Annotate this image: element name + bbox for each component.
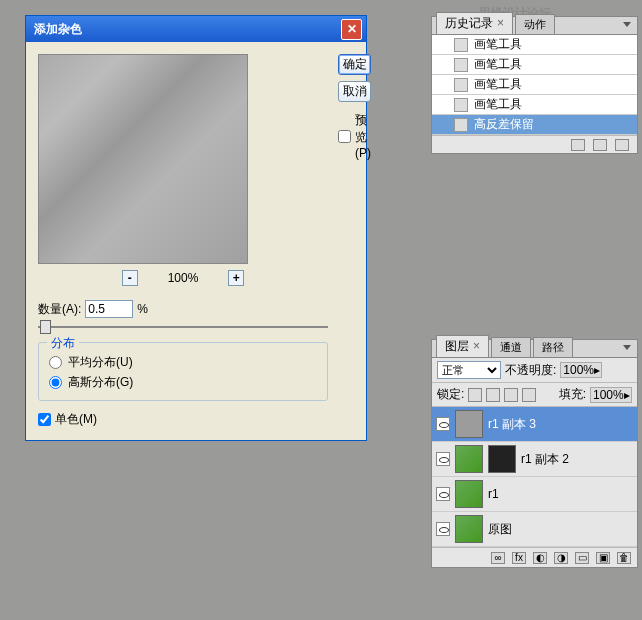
- brush-icon: [454, 78, 468, 92]
- add-noise-dialog: 添加杂色 ✕ - 100% + 数量(A): % 分布: [25, 15, 367, 441]
- amount-label: 数量(A):: [38, 301, 81, 318]
- zoom-in-button[interactable]: +: [228, 270, 244, 286]
- tab-channels[interactable]: 通道: [491, 337, 531, 357]
- history-item[interactable]: 画笔工具: [432, 95, 637, 115]
- panel-menu-icon[interactable]: [620, 20, 634, 32]
- layer-thumb[interactable]: [455, 515, 483, 543]
- layer-row[interactable]: r1 副本 2: [432, 442, 637, 477]
- tab-paths[interactable]: 路径: [533, 337, 573, 357]
- visibility-icon[interactable]: [436, 452, 450, 466]
- history-item[interactable]: 高反差保留: [432, 115, 637, 135]
- history-item-label: 画笔工具: [474, 56, 522, 73]
- fill-input[interactable]: 100%▸: [590, 387, 632, 403]
- layer-name: r1 副本 3: [488, 416, 536, 433]
- tab-actions[interactable]: 动作: [515, 14, 555, 34]
- layer-mask-thumb[interactable]: [488, 445, 516, 473]
- layer-row[interactable]: r1 副本 3: [432, 407, 637, 442]
- fill-label: 填充:: [559, 386, 586, 403]
- layers-panel: 图层× 通道 路径 正常 不透明度: 100%▸ 锁定: 填充: 100%▸ r…: [431, 339, 638, 568]
- layer-thumb[interactable]: [455, 410, 483, 438]
- brush-icon: [454, 118, 468, 132]
- preview-checkbox[interactable]: 预览(P): [338, 112, 371, 160]
- zoom-out-button[interactable]: -: [122, 270, 138, 286]
- history-item[interactable]: 画笔工具: [432, 75, 637, 95]
- ok-button[interactable]: 确定: [338, 54, 371, 75]
- brush-icon: [454, 38, 468, 52]
- history-item[interactable]: 画笔工具: [432, 55, 637, 75]
- history-list: 画笔工具画笔工具画笔工具画笔工具高反差保留: [432, 35, 637, 135]
- trash-icon[interactable]: 🗑: [617, 552, 631, 564]
- brush-icon: [454, 98, 468, 112]
- panel-menu-icon[interactable]: [620, 343, 634, 355]
- monochrome-checkbox[interactable]: 单色(M): [38, 411, 328, 428]
- layer-name: r1 副本 2: [521, 451, 569, 468]
- delete-icon[interactable]: [615, 139, 629, 151]
- lock-pixels-icon[interactable]: [486, 388, 500, 402]
- visibility-icon[interactable]: [436, 522, 450, 536]
- fx-icon[interactable]: fx: [512, 552, 526, 564]
- layer-list: r1 副本 3r1 副本 2r1原图: [432, 407, 637, 547]
- group-icon[interactable]: ▭: [575, 552, 589, 564]
- history-item-label: 画笔工具: [474, 96, 522, 113]
- new-layer-icon[interactable]: ▣: [596, 552, 610, 564]
- amount-input[interactable]: [85, 300, 133, 318]
- brush-icon: [454, 58, 468, 72]
- layer-row[interactable]: r1: [432, 477, 637, 512]
- lock-label: 锁定:: [437, 386, 464, 403]
- new-document-icon[interactable]: [593, 139, 607, 151]
- mask-icon[interactable]: ◐: [533, 552, 547, 564]
- zoom-percent: 100%: [168, 271, 199, 285]
- tab-history[interactable]: 历史记录×: [436, 12, 513, 34]
- layer-thumb[interactable]: [455, 480, 483, 508]
- distribution-group: 分布 平均分布(U) 高斯分布(G): [38, 342, 328, 401]
- layer-name: 原图: [488, 521, 512, 538]
- lock-all-icon[interactable]: [522, 388, 536, 402]
- amount-unit: %: [137, 302, 148, 316]
- adjustment-icon[interactable]: ◑: [554, 552, 568, 564]
- radio-uniform[interactable]: 平均分布(U): [49, 354, 317, 371]
- close-button[interactable]: ✕: [341, 19, 362, 40]
- history-footer: [432, 135, 637, 153]
- link-icon[interactable]: ∞: [491, 552, 505, 564]
- layer-name: r1: [488, 487, 499, 501]
- tab-layers[interactable]: 图层×: [436, 335, 489, 357]
- layer-row[interactable]: 原图: [432, 512, 637, 547]
- blend-mode-select[interactable]: 正常: [437, 361, 501, 379]
- history-item-label: 画笔工具: [474, 36, 522, 53]
- radio-gaussian[interactable]: 高斯分布(G): [49, 374, 317, 391]
- slider-thumb[interactable]: [40, 320, 51, 334]
- history-item[interactable]: 画笔工具: [432, 35, 637, 55]
- opacity-label: 不透明度:: [505, 362, 556, 379]
- visibility-icon[interactable]: [436, 487, 450, 501]
- layer-thumb[interactable]: [455, 445, 483, 473]
- layers-footer: ∞ fx ◐ ◑ ▭ ▣ 🗑: [432, 547, 637, 567]
- opacity-input[interactable]: 100%▸: [560, 362, 602, 378]
- amount-slider[interactable]: [38, 326, 328, 328]
- lock-position-icon[interactable]: [504, 388, 518, 402]
- visibility-icon[interactable]: [436, 417, 450, 431]
- dialog-titlebar[interactable]: 添加杂色 ✕: [26, 16, 366, 42]
- new-snapshot-icon[interactable]: [571, 139, 585, 151]
- dialog-title: 添加杂色: [34, 21, 82, 38]
- distribution-legend: 分布: [47, 335, 79, 352]
- history-item-label: 高反差保留: [474, 116, 534, 133]
- cancel-button[interactable]: 取消: [338, 81, 371, 102]
- lock-transparent-icon[interactable]: [468, 388, 482, 402]
- history-panel: 历史记录× 动作 画笔工具画笔工具画笔工具画笔工具高反差保留: [431, 16, 638, 154]
- history-item-label: 画笔工具: [474, 76, 522, 93]
- preview-image[interactable]: [38, 54, 248, 264]
